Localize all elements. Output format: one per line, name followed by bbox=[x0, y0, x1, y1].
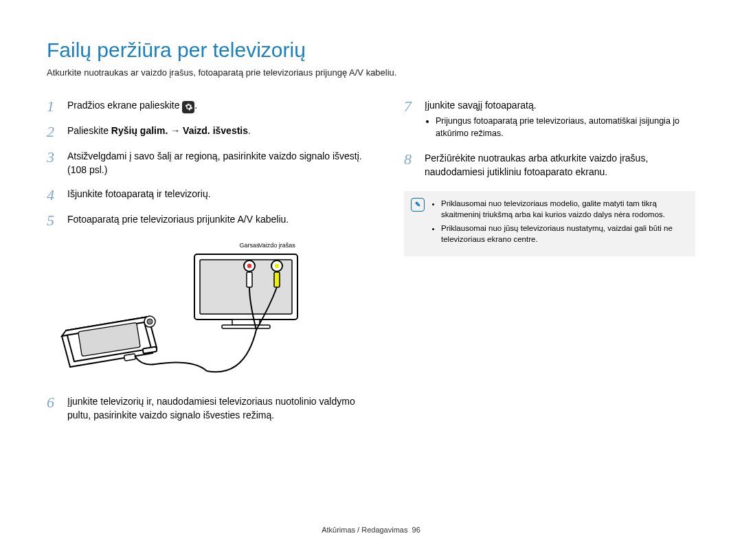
page-subtitle: Atkurkite nuotraukas ar vaizdo įrašus, f… bbox=[47, 67, 695, 78]
camera-icon bbox=[62, 316, 157, 367]
footer-section: Atkūrimas / Redagavimas bbox=[322, 526, 407, 534]
svg-point-5 bbox=[247, 263, 251, 267]
step-text-pre: Pradžios ekrane palieskite bbox=[67, 100, 182, 111]
step-5: 5 Fotoaparatą prie televizoriaus prijunk… bbox=[47, 212, 376, 228]
step-2: 2 Palieskite Ryšių galim. → Vaizd. išves… bbox=[47, 124, 376, 139]
svg-rect-3 bbox=[222, 325, 270, 328]
step-4: 4 Išjunkite fotoaparatą ir televizorių. bbox=[47, 187, 376, 203]
svg-point-7 bbox=[275, 263, 279, 267]
step-number: 4 bbox=[47, 187, 59, 203]
gear-icon bbox=[182, 101, 194, 113]
page-footer: Atkūrimas / Redagavimas 96 bbox=[0, 526, 742, 534]
svg-rect-8 bbox=[247, 272, 252, 287]
step-1: 1 Pradžios ekrane palieskite . bbox=[47, 98, 376, 114]
svg-rect-13 bbox=[124, 353, 135, 360]
tv-icon bbox=[194, 254, 297, 328]
step-number: 3 bbox=[47, 149, 59, 177]
svg-rect-9 bbox=[274, 272, 280, 287]
step-7: 7 Įjunkite savąjį fotoaparatą. Prijungus… bbox=[404, 98, 695, 142]
step-text-bold: Ryšių galim. → Vaizd. išvestis bbox=[111, 125, 248, 136]
step-text-post: . bbox=[194, 100, 197, 111]
step-number: 5 bbox=[47, 212, 59, 228]
step-number: 8 bbox=[404, 151, 416, 179]
page-title: Failų peržiūra per televizorių bbox=[47, 38, 695, 62]
step-3: 3 Atsižvelgdami į savo šalį ar regioną, … bbox=[47, 149, 376, 177]
step-number: 7 bbox=[404, 98, 416, 142]
step-text: Išjunkite fotoaparatą ir televizorių. bbox=[67, 187, 376, 203]
step-number: 1 bbox=[47, 98, 59, 114]
step-text: Įjunkite savąjį fotoaparatą. bbox=[425, 98, 695, 112]
note-item: Priklausomai nuo televizoriaus modelio, … bbox=[441, 198, 686, 220]
step-number: 6 bbox=[47, 394, 59, 423]
svg-point-12 bbox=[147, 319, 153, 324]
av-connection-diagram: Garsas Vaizdo įrašas bbox=[47, 238, 376, 382]
step-number: 2 bbox=[47, 124, 59, 139]
diagram-label-audio: Garsas bbox=[239, 242, 260, 249]
step-6: 6 Įjunkite televizorių ir, naudodamiesi … bbox=[47, 394, 376, 423]
footer-page: 96 bbox=[412, 526, 420, 534]
step-bullet: Prijungus fotoaparatą prie televizoriaus… bbox=[436, 115, 695, 139]
note-item: Priklausomai nuo jūsų televizoriaus nust… bbox=[441, 223, 686, 245]
step-text-post: . bbox=[248, 125, 251, 136]
step-text: Atsižvelgdami į savo šalį ar regioną, pa… bbox=[67, 149, 376, 177]
step-text: Fotoaparatą prie televizoriaus prijunkit… bbox=[67, 212, 376, 228]
left-column: 1 Pradžios ekrane palieskite . 2 Paliesk… bbox=[47, 98, 376, 432]
step-text-pre: Palieskite bbox=[67, 125, 111, 136]
right-column: 7 Įjunkite savąjį fotoaparatą. Prijungus… bbox=[404, 98, 695, 432]
step-8: 8 Peržiūrėkite nuotraukas arba atkurkite… bbox=[404, 151, 695, 179]
step-text: Peržiūrėkite nuotraukas arba atkurkite v… bbox=[425, 151, 695, 179]
step-text: Įjunkite televizorių ir, naudodamiesi te… bbox=[67, 394, 376, 423]
diagram-label-video: Vaizdo įrašas bbox=[258, 242, 295, 249]
note-box: ✎ Priklausomai nuo televizoriaus modelio… bbox=[404, 191, 695, 256]
note-icon: ✎ bbox=[411, 198, 425, 212]
